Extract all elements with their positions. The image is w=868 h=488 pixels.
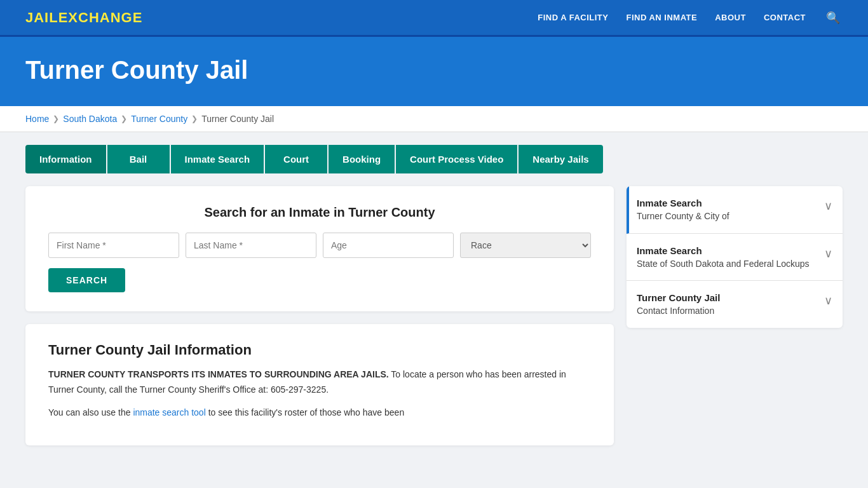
tab-information[interactable]: Information — [25, 145, 107, 173]
breadcrumb-sep-1: ❯ — [53, 114, 59, 123]
tabs-bar: Information Bail Inmate Search Court Boo… — [0, 132, 868, 173]
sidebar-item-inmate-search-county[interactable]: Inmate Search Turner County & City of ∨ — [627, 186, 843, 234]
sidebar-item-subtitle-3: Contact Information — [637, 305, 720, 318]
page-title: Turner County Jail — [25, 56, 843, 85]
info-bold-text: TURNER COUNTY TRANSPORTS ITS INMATES TO … — [48, 369, 389, 379]
breadcrumb-county[interactable]: Turner County — [131, 114, 187, 124]
inmate-search-link[interactable]: inmate search tool — [133, 407, 205, 417]
chevron-down-icon-1: ∨ — [824, 199, 832, 213]
breadcrumb: Home ❯ South Dakota ❯ Turner County ❯ Tu… — [25, 114, 843, 124]
breadcrumb-sep-3: ❯ — [191, 114, 198, 123]
nav-find-inmate[interactable]: FIND AN INMATE — [626, 13, 697, 22]
sidebar-item-contact-info[interactable]: Turner County Jail Contact Information ∨ — [627, 281, 843, 328]
hero-section: Turner County Jail — [0, 37, 868, 106]
sidebar-item-text-3: Turner County Jail Contact Information — [637, 292, 720, 318]
sidebar-item-text-1: Inmate Search Turner County & City of — [637, 198, 729, 223]
tab-booking[interactable]: Booking — [329, 145, 396, 173]
header-search-button[interactable]: 🔍 — [824, 10, 843, 26]
sidebar-item-subtitle-1: Turner County & City of — [637, 210, 729, 223]
sidebar-item-title-1: Inmate Search — [637, 198, 729, 208]
first-name-input[interactable] — [48, 233, 179, 258]
search-button[interactable]: SEARCH — [48, 268, 125, 292]
tab-court[interactable]: Court — [265, 145, 329, 173]
tabs-container: Information Bail Inmate Search Court Boo… — [25, 145, 843, 173]
sidebar-item-title-3: Turner County Jail — [637, 292, 720, 303]
breadcrumb-state[interactable]: South Dakota — [63, 114, 117, 124]
sidebar-item-title-2: Inmate Search — [637, 245, 810, 256]
info-card: Turner County Jail Information TURNER CO… — [25, 324, 614, 445]
main-nav: FIND A FACILITY FIND AN INMATE ABOUT CON… — [538, 10, 843, 26]
sidebar-item-inmate-search-state[interactable]: Inmate Search State of South Dakota and … — [627, 234, 843, 281]
tab-nearby-jails[interactable]: Nearby Jails — [519, 145, 602, 173]
race-select[interactable]: Race White Black Hispanic Asian Other — [460, 233, 591, 258]
sidebar-card: Inmate Search Turner County & City of ∨ … — [627, 186, 843, 328]
chevron-down-icon-3: ∨ — [824, 294, 832, 308]
chevron-down-icon-2: ∨ — [824, 247, 832, 261]
search-card: Search for an Inmate in Turner County Ra… — [25, 186, 614, 311]
tab-inmate-search[interactable]: Inmate Search — [171, 145, 266, 173]
logo-exchange: EXCHANGE — [58, 10, 143, 25]
breadcrumb-home[interactable]: Home — [25, 114, 49, 124]
sidebar-item-subtitle-2: State of South Dakota and Federal Lockup… — [637, 258, 810, 271]
age-input[interactable] — [323, 233, 454, 258]
site-header: JAILEXCHANGE FIND A FACILITY FIND AN INM… — [0, 0, 868, 37]
search-fields: Race White Black Hispanic Asian Other — [48, 233, 591, 258]
tab-court-process-video[interactable]: Court Process Video — [396, 145, 519, 173]
right-sidebar: Inmate Search Turner County & City of ∨ … — [627, 186, 843, 445]
breadcrumb-current: Turner County Jail — [201, 114, 274, 124]
nav-about[interactable]: ABOUT — [715, 13, 746, 22]
info-paragraph-1: TURNER COUNTY TRANSPORTS ITS INMATES TO … — [48, 367, 591, 398]
breadcrumb-sep-2: ❯ — [121, 114, 127, 123]
site-logo[interactable]: JAILEXCHANGE — [25, 10, 142, 26]
info-paragraph-2: You can also use the inmate search tool … — [48, 405, 591, 421]
nav-find-facility[interactable]: FIND A FACILITY — [538, 13, 608, 22]
breadcrumb-bar: Home ❯ South Dakota ❯ Turner County ❯ Tu… — [0, 106, 868, 132]
logo-jail: JAIL — [25, 10, 58, 25]
info-title: Turner County Jail Information — [48, 342, 591, 358]
sidebar-item-text-2: Inmate Search State of South Dakota and … — [637, 245, 810, 271]
left-column: Search for an Inmate in Turner County Ra… — [25, 186, 614, 445]
last-name-input[interactable] — [186, 233, 316, 258]
nav-contact[interactable]: CONTACT — [764, 13, 806, 22]
search-title: Search for an Inmate in Turner County — [48, 205, 591, 220]
tab-bail[interactable]: Bail — [107, 145, 171, 173]
main-content: Search for an Inmate in Turner County Ra… — [0, 173, 868, 471]
